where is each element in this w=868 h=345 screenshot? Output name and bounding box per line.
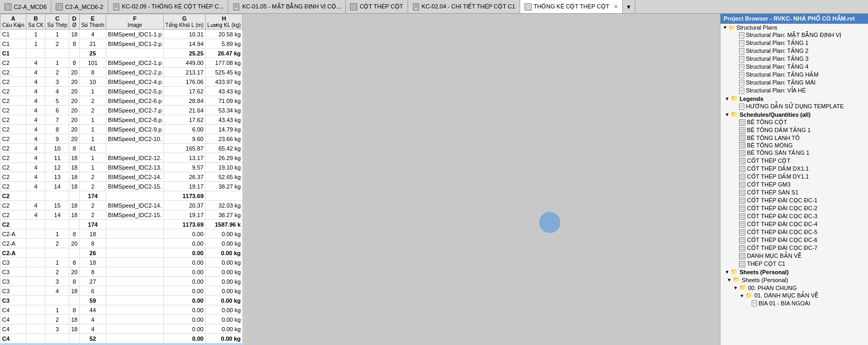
cell-d[interactable] (69, 334, 79, 343)
cell-e[interactable]: 174 (79, 191, 106, 201)
cell-h[interactable]: 23.66 kg (206, 134, 243, 144)
table-row[interactable]: C112821BIMSpeed_IDC1-2.p14.945.89 kg (1, 39, 243, 49)
cell-f[interactable] (106, 343, 164, 346)
cell-b[interactable]: 4 (26, 77, 45, 87)
cell-a[interactable]: C2 (1, 58, 26, 68)
cell-a[interactable]: C2 (1, 106, 26, 115)
cell-d[interactable]: 20 (69, 87, 79, 96)
cell-c[interactable]: 8 (45, 125, 69, 134)
pb-item-28[interactable]: ▼DANH MỤC BẢN VẼ (721, 252, 868, 260)
cell-g[interactable]: 0.00 (163, 286, 205, 296)
cell-a[interactable]: C1 (1, 39, 26, 49)
pb-section-schedules[interactable]: ▼📁Schedules/Quantities (all) (721, 110, 868, 118)
cell-a[interactable]: C2 (1, 210, 26, 220)
pb-item-23[interactable]: ▼CỐT THÉP ĐÀI CỌC ĐC-3 (721, 212, 868, 220)
cell-g[interactable]: 14.94 (163, 39, 205, 49)
cell-h[interactable]: 71.09 kg (206, 96, 243, 106)
cell-d[interactable]: 18 (69, 172, 79, 182)
table-row[interactable]: C2414182BIMSpeed_IDC2-15.19.1738.27 kg (1, 210, 243, 220)
cell-g[interactable]: 449.00 (163, 58, 205, 68)
cell-a[interactable]: C2 (1, 182, 26, 191)
cell-f[interactable]: BIMSpeed_IDC2-8.p (106, 115, 164, 125)
table-row[interactable]: C2414182BIMSpeed_IDC2-15.19.1738.27 kg (1, 182, 243, 191)
table-row[interactable]: C2-A260.000.00 kg (1, 248, 243, 258)
cell-e[interactable]: 4 (79, 324, 106, 334)
cell-d[interactable]: 8 (69, 277, 79, 286)
cell-b[interactable] (26, 49, 45, 58)
table-row[interactable]: C247201BIMSpeed_IDC2-8.p17.6243.43 kg (1, 115, 243, 125)
pb-item-5[interactable]: ▼Structural Plan: TẦNG HẦM (721, 71, 868, 79)
cell-c[interactable]: 1 (45, 258, 69, 267)
pb-item-29[interactable]: ▼THÉP CỘT C1 (721, 260, 868, 268)
cell-g[interactable]: 165.87 (163, 144, 205, 153)
cell-h[interactable]: 177.08 kg (206, 58, 243, 68)
table-row[interactable]: C242208BIMSpeed_IDC2-2.p213.17525.45 kg (1, 68, 243, 77)
cell-a[interactable]: C2 (1, 163, 26, 172)
cell-a[interactable]: C3 (1, 286, 26, 296)
cell-e[interactable]: 41 (79, 144, 106, 153)
cell-a[interactable]: C2 (1, 68, 26, 77)
cell-g[interactable]: 19.17 (163, 182, 205, 191)
pb-item-2[interactable]: ▼Structural Plan: TẦNG 2 (721, 47, 868, 55)
cell-f[interactable]: BIMSpeed_IDC2-13. (106, 163, 164, 172)
cell-c[interactable]: 4 (45, 87, 69, 96)
cell-g[interactable]: 213.17 (163, 68, 205, 77)
cell-a[interactable]: C3 (1, 277, 26, 286)
cell-c[interactable]: 14 (45, 182, 69, 191)
cell-d[interactable]: 18 (69, 315, 79, 324)
cell-d[interactable]: 8 (69, 58, 79, 68)
pb-item-21[interactable]: ▼CỐT THÉP ĐÀI CỌC ĐC-1 (721, 197, 868, 204)
table-row[interactable]: C2-A22080.000.00 kg (1, 239, 243, 248)
table-row[interactable]: C341860.000.00 kg (1, 286, 243, 296)
cell-a[interactable]: C2-A (1, 248, 26, 258)
cell-g[interactable]: 25.25 (163, 49, 205, 58)
cell-h[interactable]: 0.00 kg (206, 305, 243, 315)
cell-g[interactable]: 1173.69 (163, 220, 205, 229)
table-row[interactable]: C2415182BIMSpeed_IDC2-14.20.3732.03 kg (1, 201, 243, 210)
cell-g[interactable]: 9.57 (163, 163, 205, 172)
cell-a[interactable]: C2 (1, 220, 26, 229)
table-row[interactable]: C12525.2526.47 kg (1, 49, 243, 58)
cell-d[interactable]: 20 (69, 115, 79, 125)
cell-c[interactable]: 2 (45, 239, 69, 248)
cell-e[interactable]: 1 (79, 163, 106, 172)
cell-a[interactable]: C2 (1, 87, 26, 96)
pb-item-33[interactable]: ▼📁01. DANH MỤC BẢN VẼ (721, 292, 868, 300)
pb-item-12[interactable]: ▼BÊ TÔNG DẦM TẦNG 1 (721, 126, 868, 134)
cell-b[interactable]: 4 (26, 134, 45, 144)
cell-c[interactable]: 10 (45, 144, 69, 153)
cell-d[interactable] (69, 191, 79, 201)
cell-f[interactable]: BIMSpeed_IDC2-14. (106, 201, 164, 210)
cell-g[interactable]: 0.00 (163, 324, 205, 334)
cell-e[interactable]: 18 (79, 258, 106, 267)
cell-b[interactable]: 1 (26, 39, 45, 49)
table-row[interactable]: C322080.000.00 kg (1, 267, 243, 277)
cell-b[interactable]: 4 (26, 87, 45, 96)
pb-section-sheets[interactable]: ▼ 📁 Sheets (Personal) (721, 268, 868, 276)
cell-c[interactable]: 13 (45, 172, 69, 182)
cell-f[interactable]: BIMSpeed_IDC2-4.p (106, 77, 164, 87)
cell-e[interactable]: 59 (79, 296, 106, 305)
cell-f[interactable]: BIMSpeed_IDC2-5.p (106, 87, 164, 96)
cell-e[interactable]: 8 (79, 239, 106, 248)
cell-c[interactable]: 2 (45, 315, 69, 324)
cell-g[interactable]: 0.00 (163, 248, 205, 258)
cell-d[interactable]: 18 (69, 201, 79, 210)
cell-d[interactable]: 8 (69, 144, 79, 153)
table-row[interactable]: C418440.000.00 kg (1, 305, 243, 315)
cell-d[interactable] (69, 248, 79, 258)
pb-item-15[interactable]: ▼BÊ TÔNG SÀN TẦNG 1 (721, 149, 868, 157)
cell-a[interactable]: C4 (1, 324, 26, 334)
pb-item-16[interactable]: ▼CỐT THÉP CỘT (721, 157, 868, 165)
pb-item-3[interactable]: ▼Structural Plan: TẦNG 3 (721, 55, 868, 63)
cell-f[interactable] (106, 248, 164, 258)
cell-g[interactable]: 0.00 (163, 315, 205, 324)
cell-f[interactable] (106, 267, 164, 277)
table-row[interactable]: C338270.000.00 kg (1, 277, 243, 286)
cell-d[interactable]: 8 (69, 258, 79, 267)
pb-section-legends[interactable]: ▼📁Legends (721, 95, 868, 102)
cell-e[interactable]: 2 (79, 172, 106, 182)
cell-g[interactable]: 28.84 (163, 96, 205, 106)
cell-b[interactable]: 4 (26, 153, 45, 163)
cell-f[interactable]: BIMSpeed_IDC2-14. (106, 172, 164, 182)
